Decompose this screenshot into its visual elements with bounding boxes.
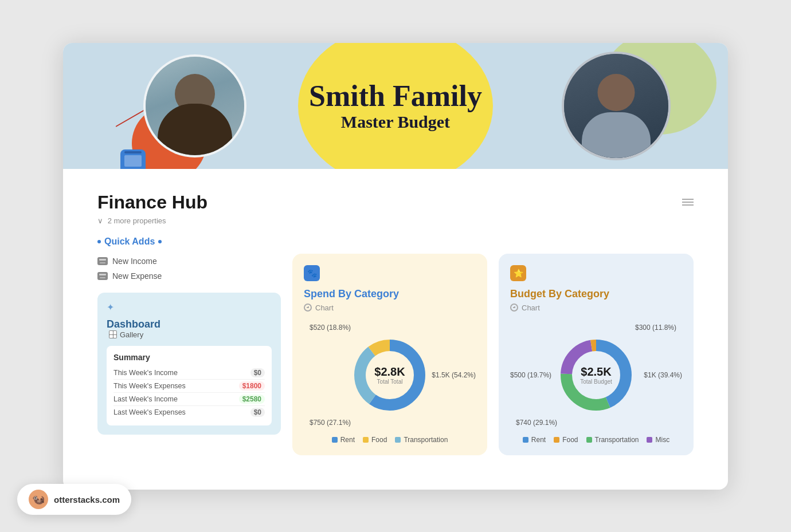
header-banner: Smith Family Master Budget bbox=[63, 43, 728, 169]
budget-donut-center: $2.5K Total Budget bbox=[580, 365, 612, 385]
spend-total-amount: $2.8K bbox=[374, 365, 405, 379]
budget-legend-dot-food bbox=[554, 437, 559, 443]
new-expense-item[interactable]: New Expense bbox=[97, 269, 281, 283]
gallery-label[interactable]: Gallery bbox=[107, 330, 272, 339]
calendar-icon bbox=[120, 149, 146, 169]
main-content: Finance Hub ∨ 2 more properties Quick Ad… bbox=[63, 169, 728, 478]
legend-dot-transportation bbox=[395, 437, 401, 443]
summary-table: Summary This Week's Income $0 This Week'… bbox=[107, 346, 272, 425]
banner-photo-left bbox=[143, 54, 246, 157]
clock-icon bbox=[304, 304, 312, 312]
otter-emoji: 🦦 bbox=[32, 493, 45, 506]
more-properties-text: 2 more properties bbox=[108, 216, 166, 225]
summary-row-expense-last: Last Week's Expenses $0 bbox=[113, 406, 265, 419]
gallery-grid-icon bbox=[109, 330, 117, 338]
summary-row-income-last: Last Week's Income $2580 bbox=[113, 393, 265, 406]
income-this-label: This Week's Income bbox=[113, 369, 178, 377]
summary-title: Summary bbox=[113, 353, 265, 362]
expense-last-label: Last Week's Expenses bbox=[113, 408, 186, 416]
watermark-text: otterstacks.com bbox=[54, 495, 120, 505]
three-col-layout: New Income New Expense ✦ Dashboard bbox=[97, 254, 694, 455]
income-this-value: $0 bbox=[250, 368, 265, 377]
spend-label-right: $1.5K (54.2%) bbox=[432, 371, 476, 379]
more-properties[interactable]: ∨ 2 more properties bbox=[97, 216, 694, 225]
page-title: Finance Hub bbox=[97, 192, 207, 213]
budget-legend-food: Food bbox=[554, 436, 578, 444]
spend-donut-center: $2.8K Total Total bbox=[374, 365, 405, 385]
budget-legend-label-transportation: Transportation bbox=[595, 436, 639, 444]
budget-card-icon: ⭐ bbox=[510, 265, 526, 281]
banner-title: Smith Family Master Budget bbox=[309, 80, 482, 132]
legend-rent: Rent bbox=[332, 436, 355, 444]
summary-row-expense-this: This Week's Expenses $1800 bbox=[113, 380, 265, 393]
budget-clock-icon bbox=[510, 304, 518, 312]
banner-family-name: Smith Family bbox=[309, 80, 482, 112]
budget-chart-text: Chart bbox=[522, 304, 540, 312]
new-income-label: New Income bbox=[112, 257, 157, 266]
legend-transportation: Transportation bbox=[395, 436, 448, 444]
star-icon: ⭐ bbox=[514, 269, 523, 278]
income-last-label: Last Week's Income bbox=[113, 395, 178, 403]
spend-legend: Rent Food Transportation bbox=[304, 436, 476, 444]
legend-food: Food bbox=[363, 436, 387, 444]
budget-label-top-right: $300 (11.8%) bbox=[635, 324, 676, 332]
budget-legend-rent: Rent bbox=[523, 436, 546, 444]
budget-legend-transportation: Transportation bbox=[586, 436, 639, 444]
income-last-value: $2580 bbox=[239, 395, 265, 404]
budget-by-category-card: ⭐ Budget By Category Chart $300 (11.8%) … bbox=[499, 254, 694, 455]
banner-subtitle: Master Budget bbox=[309, 112, 482, 132]
summary-row-income-this: This Week's Income $0 bbox=[113, 367, 265, 380]
expense-this-label: This Week's Expenses bbox=[113, 382, 186, 390]
sparkle-icon: ✦ bbox=[107, 302, 114, 313]
watermark-logo: 🦦 bbox=[29, 490, 48, 509]
budget-legend-dot-misc bbox=[647, 437, 652, 443]
budget-legend-misc: Misc bbox=[647, 436, 669, 444]
paw-icon: 🐾 bbox=[307, 269, 317, 278]
budget-label-bottom-left: $740 (29.1%) bbox=[516, 419, 557, 427]
chevron-icon: ∨ bbox=[97, 216, 103, 225]
menu-line-2 bbox=[682, 202, 694, 203]
budget-label-right: $1K (39.4%) bbox=[644, 371, 682, 379]
title-actions[interactable] bbox=[682, 199, 694, 206]
expense-last-value: $0 bbox=[250, 408, 265, 417]
spend-chart-text: Chart bbox=[315, 304, 334, 312]
budget-donut-chart: $2.5K Total Budget bbox=[556, 335, 636, 415]
legend-dot-food bbox=[363, 437, 369, 443]
menu-line-3 bbox=[682, 204, 694, 206]
budget-total-amount: $2.5K bbox=[580, 365, 612, 379]
expense-this-value: $1800 bbox=[239, 381, 265, 391]
bullet-left bbox=[97, 240, 101, 243]
new-income-item[interactable]: New Income bbox=[97, 254, 281, 269]
app-container: Smith Family Master Budget Finance Hub ∨… bbox=[63, 43, 728, 490]
budget-chart-label: Chart bbox=[510, 304, 682, 312]
spend-by-category-card: 🐾 Spend By Category Chart $520 (18.8%) $… bbox=[292, 254, 487, 455]
budget-legend-label-rent: Rent bbox=[531, 436, 546, 444]
menu-line-1 bbox=[682, 199, 694, 200]
budget-total-label: Total Budget bbox=[580, 379, 612, 385]
spend-card-icon: 🐾 bbox=[304, 265, 320, 281]
bullet-right bbox=[158, 240, 162, 243]
budget-legend-dot-rent bbox=[523, 437, 528, 443]
spend-label-bottom-left: $750 (27.1%) bbox=[310, 419, 351, 427]
legend-dot-rent bbox=[332, 437, 338, 443]
spend-chart-label: Chart bbox=[304, 304, 476, 312]
legend-label-food: Food bbox=[371, 436, 387, 444]
dashboard-card-header: ✦ bbox=[107, 302, 272, 313]
budget-legend-label-food: Food bbox=[562, 436, 578, 444]
new-expense-label: New Expense bbox=[112, 271, 162, 281]
budget-legend-dot-transportation bbox=[586, 437, 592, 443]
left-column: New Income New Expense ✦ Dashboard bbox=[97, 254, 281, 435]
income-db-icon bbox=[97, 257, 108, 265]
spend-card-title: Spend By Category bbox=[304, 288, 476, 300]
quick-adds-label: Quick Adds bbox=[97, 237, 694, 247]
expense-db-icon bbox=[97, 272, 108, 280]
budget-card-title: Budget By Category bbox=[510, 288, 682, 300]
budget-legend: Rent Food Transportation Misc bbox=[510, 436, 682, 444]
budget-legend-label-misc: Misc bbox=[655, 436, 669, 444]
gallery-text: Gallery bbox=[120, 330, 143, 339]
dashboard-card: ✦ Dashboard Gallery Summary This Week's … bbox=[97, 293, 281, 435]
page-title-row: Finance Hub bbox=[97, 192, 694, 213]
legend-label-transportation: Transportation bbox=[404, 436, 448, 444]
spend-donut-chart: $2.8K Total Total bbox=[350, 335, 430, 415]
legend-label-rent: Rent bbox=[340, 436, 355, 444]
